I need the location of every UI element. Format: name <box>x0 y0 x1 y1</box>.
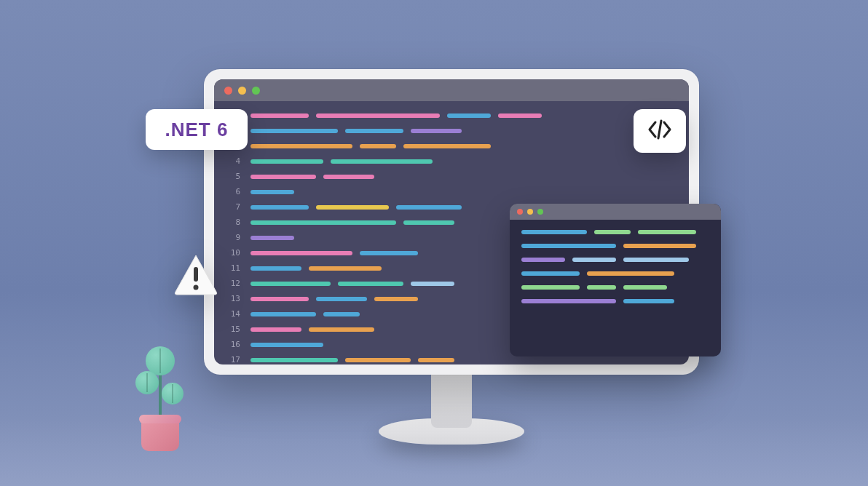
minimize-icon <box>527 209 533 215</box>
code-token <box>250 190 294 194</box>
code-token <box>572 258 616 262</box>
code-token <box>374 297 418 301</box>
code-segments <box>250 327 374 332</box>
code-token <box>498 113 542 118</box>
code-segments <box>250 358 454 362</box>
code-token <box>250 358 338 362</box>
code-segments <box>250 220 454 225</box>
code-segments <box>250 297 418 301</box>
code-token <box>521 285 580 290</box>
code-segments <box>250 205 462 210</box>
code-segments <box>250 251 418 255</box>
code-segments <box>250 236 294 240</box>
svg-point-1 <box>194 285 199 290</box>
code-segments <box>250 159 433 164</box>
code-segments <box>250 282 454 286</box>
code-token <box>623 299 674 303</box>
maximize-icon <box>537 209 543 215</box>
code-token <box>623 244 696 248</box>
warning-icon <box>171 251 221 300</box>
code-token <box>250 343 323 347</box>
code-token <box>250 159 323 164</box>
svg-rect-0 <box>194 267 198 282</box>
code-token <box>587 285 616 290</box>
line-number: 9 <box>214 233 250 242</box>
code-token <box>250 297 309 301</box>
code-segments <box>250 113 542 118</box>
plant-decoration <box>131 335 189 451</box>
code-line: 1 <box>214 108 689 122</box>
code-token <box>411 129 462 133</box>
line-number: 15 <box>214 324 250 334</box>
code-token <box>250 266 301 271</box>
code-token <box>403 144 491 148</box>
code-badge <box>634 109 686 153</box>
code-token <box>250 113 309 118</box>
code-segments <box>250 312 360 316</box>
code-token <box>345 358 411 362</box>
code-token <box>638 230 696 234</box>
code-token <box>521 258 565 262</box>
code-token <box>360 251 418 255</box>
code-line <box>521 258 709 262</box>
code-token <box>250 282 331 286</box>
code-token <box>411 282 454 286</box>
code-segments <box>250 129 462 133</box>
code-token <box>250 327 301 332</box>
code-token <box>587 271 674 276</box>
code-token <box>331 159 433 164</box>
code-token <box>521 299 616 303</box>
line-number: 14 <box>214 309 250 319</box>
code-token <box>250 175 316 179</box>
line-number: 7 <box>214 202 250 212</box>
code-token <box>316 297 367 301</box>
code-line: 2 <box>214 124 689 138</box>
code-line: 5 <box>214 170 689 183</box>
code-token <box>447 113 491 118</box>
plant-pot <box>141 415 179 451</box>
code-token <box>345 129 403 133</box>
code-token <box>403 220 454 225</box>
close-icon <box>224 87 232 95</box>
code-token <box>250 251 352 255</box>
secondary-code-area <box>510 220 721 323</box>
code-token <box>623 258 689 262</box>
code-line: 3 <box>214 139 689 153</box>
plant-leaf <box>135 371 159 394</box>
code-token <box>316 205 389 210</box>
net6-badge: .NET 6 <box>146 109 248 150</box>
code-segments <box>250 175 374 179</box>
minimize-icon <box>238 87 246 95</box>
line-number: 6 <box>214 187 250 196</box>
code-token <box>521 244 616 248</box>
code-token <box>338 282 403 286</box>
code-line <box>521 299 709 303</box>
code-line <box>521 271 709 276</box>
maximize-icon <box>252 87 260 95</box>
code-token <box>250 144 352 148</box>
close-icon <box>517 209 523 215</box>
monitor-stand-neck <box>431 373 472 428</box>
line-number: 8 <box>214 218 250 227</box>
code-token <box>418 358 454 362</box>
code-token <box>316 113 440 118</box>
line-number: 4 <box>214 156 250 166</box>
code-line <box>521 244 709 248</box>
code-segments <box>250 266 382 271</box>
code-token <box>323 175 374 179</box>
line-number: 17 <box>214 355 250 364</box>
code-token <box>623 285 667 290</box>
code-token <box>521 230 587 234</box>
code-line: 4 <box>214 154 689 168</box>
secondary-titlebar <box>510 204 721 220</box>
code-segments <box>250 343 323 347</box>
secondary-window <box>510 204 721 356</box>
editor-titlebar <box>214 79 689 101</box>
code-token <box>396 205 462 210</box>
line-number: 16 <box>214 340 250 349</box>
code-token <box>309 327 374 332</box>
code-line: 6 <box>214 185 689 199</box>
code-token <box>250 312 316 316</box>
code-token <box>360 144 396 148</box>
plant-leaf <box>162 383 184 405</box>
